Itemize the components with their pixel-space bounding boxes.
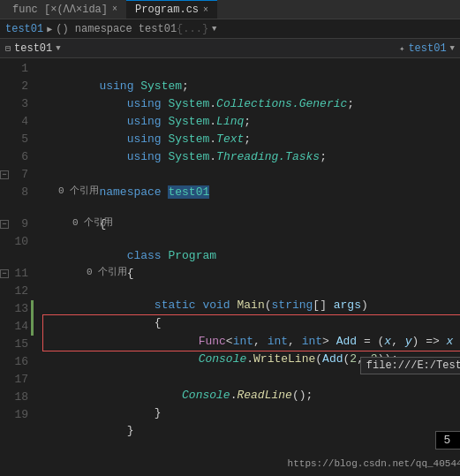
gutter-line-17: 17 xyxy=(0,371,34,389)
gutter-num-14: 14 xyxy=(12,318,28,336)
breadcrumb-project[interactable]: test01 xyxy=(5,23,43,35)
gutter-line-8: 8 xyxy=(0,184,34,201)
gutter-num-16: 16 xyxy=(12,353,28,371)
gutter-ref-hint-9 xyxy=(0,201,34,215)
gutter-line-11: − 11 xyxy=(0,265,34,283)
filepath-text: file:///E:/Test/C# xyxy=(366,359,460,372)
gutter-num-5: 5 xyxy=(12,131,28,148)
green-bar-13 xyxy=(31,300,34,318)
scope-left-icon: ⊟ xyxy=(5,43,11,54)
scope-left-label: test01 xyxy=(14,42,52,55)
filepath-tooltip: file:///E:/Test/C# xyxy=(360,357,460,374)
tab-program-label: Program.cs xyxy=(135,4,199,16)
scope-left-arrow[interactable]: ▼ xyxy=(56,44,60,53)
gutter-line-10: 10 xyxy=(0,233,34,251)
gutter-line-15: 15 xyxy=(0,336,34,353)
output-popup: 5 xyxy=(435,431,460,450)
code-line-1: using System; xyxy=(41,60,460,78)
gutter-num-9: 9 xyxy=(12,215,28,233)
gutter-line-12: 12 xyxy=(0,283,34,300)
scope-left[interactable]: ⊟ test01 ▼ xyxy=(5,42,61,55)
gutter-line-14: 14 xyxy=(0,318,34,336)
gutter-num-8: 8 xyxy=(12,184,28,201)
code-line-ref-11: 0 个引用 xyxy=(41,265,460,279)
gutter-line-3: 3 xyxy=(0,95,34,113)
gutter-num-7: 7 xyxy=(12,166,28,184)
code-editor: 1 2 3 4 5 6 − 7 8 xyxy=(0,58,460,476)
breadcrumb-bar: test01 ▶ () namespace test01{...} ▼ xyxy=(0,19,460,39)
gutter-num-12: 12 xyxy=(12,283,28,300)
gutter-line-4: 4 xyxy=(0,113,34,131)
gutter-line-2: 2 xyxy=(0,78,34,95)
gutter-num-3: 3 xyxy=(12,95,28,113)
gutter-num-4: 4 xyxy=(12,113,28,131)
code-line-ref-9: 0 个引用 xyxy=(41,215,460,230)
scope-right-arrow[interactable]: ▼ xyxy=(450,44,455,53)
gutter-num-1: 1 xyxy=(12,60,28,78)
line-gutter: 1 2 3 4 5 6 − 7 8 xyxy=(0,58,41,476)
output-value: 5 xyxy=(443,434,450,447)
collapse-btn-9[interactable]: − xyxy=(0,220,9,229)
gutter-num-2: 2 xyxy=(12,78,28,95)
code-lines: using System; using System.Collections.G… xyxy=(41,58,460,476)
scope-bar: ⊟ test01 ▼ ✦ test01 ▼ xyxy=(0,39,460,58)
tab-program[interactable]: Program.cs × xyxy=(126,0,217,19)
tab-func-label: func [×(ΛΛ×ida] xyxy=(12,4,108,16)
gutter-num-6: 6 xyxy=(12,148,28,166)
scope-right-icon: ✦ xyxy=(399,43,404,54)
tab-func-close[interactable]: × xyxy=(112,4,117,14)
gutter-line-7: − 7 xyxy=(0,166,34,184)
gutter-num-15: 15 xyxy=(12,336,28,353)
gutter-line-6: 6 xyxy=(0,148,34,166)
code-lines-inner: using System; using System.Collections.G… xyxy=(41,58,460,440)
scope-right-label: test01 xyxy=(408,42,446,55)
breadcrumb-dropdown[interactable]: ▼ xyxy=(212,25,216,34)
code-line-7: namespace test01 xyxy=(41,166,460,184)
gutter-line-16: 16 xyxy=(0,353,34,371)
gutter-ref-hint-11 xyxy=(0,251,34,265)
gutter-line-5: 5 xyxy=(0,131,34,148)
gutter-num-10: 10 xyxy=(12,233,28,251)
blog-url-text: https://blog.csdn.net/qq_40544338 xyxy=(288,458,460,469)
green-bar-14 xyxy=(31,318,34,336)
gutter-num-19: 19 xyxy=(12,406,28,424)
gutter-line-13: 13 xyxy=(0,300,34,318)
gutter-line-18: 18 xyxy=(0,389,34,406)
breadcrumb-arrow: ▶ xyxy=(47,24,52,34)
gutter-line-1: 1 xyxy=(0,60,34,78)
tab-func[interactable]: func [×(ΛΛ×ida] × xyxy=(4,0,126,19)
blog-url: https://blog.csdn.net/qq_40544338 xyxy=(288,458,460,469)
gutter-num-13: 13 xyxy=(12,300,28,318)
gutter-num-11: 11 xyxy=(12,265,28,283)
breadcrumb-namespace[interactable]: () namespace test01{...} xyxy=(56,23,208,35)
gutter-line-19: 19 xyxy=(0,406,34,424)
collapse-btn-11[interactable]: − xyxy=(0,269,9,278)
gutter-num-18: 18 xyxy=(12,389,28,406)
collapse-btn-7[interactable]: − xyxy=(0,170,9,179)
gutter-num-17: 17 xyxy=(12,371,28,389)
scope-right[interactable]: ✦ test01 ▼ xyxy=(399,42,455,55)
gutter-line-9: − 9 xyxy=(0,215,34,233)
tab-program-close[interactable]: × xyxy=(203,5,208,15)
tab-bar: func [×(ΛΛ×ida] × Program.cs × xyxy=(0,0,460,19)
